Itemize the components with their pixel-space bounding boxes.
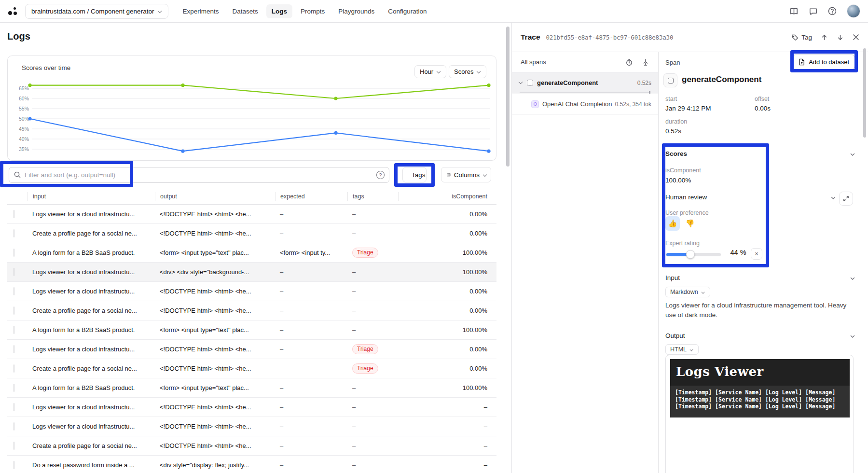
human-review-chevron-icon[interactable] (830, 195, 836, 201)
table-row[interactable]: Create a profile page for a social ne...… (7, 301, 496, 320)
row-checkbox[interactable] (14, 364, 14, 373)
detail-scrollbar[interactable] (863, 48, 866, 138)
table-row[interactable]: Logs viewer for a cloud infrastructu...<… (7, 398, 496, 417)
row-checkbox[interactable] (14, 306, 14, 315)
row-checkbox[interactable] (14, 403, 14, 411)
tab-logs[interactable]: Logs (266, 4, 292, 18)
add-span-filter-icon[interactable] (642, 58, 649, 66)
tag-button[interactable]: Tag (791, 34, 812, 41)
prev-trace-button[interactable] (821, 34, 828, 41)
row-checkbox[interactable] (14, 287, 14, 295)
avatar[interactable] (847, 4, 860, 18)
project-switcher[interactable]: braintrustdata.com / Component generator (25, 4, 168, 19)
columns-button[interactable]: Columns (441, 167, 491, 182)
help-icon[interactable] (827, 6, 837, 16)
cell-iscomponent: – (398, 461, 496, 469)
arrow-up-icon (821, 34, 828, 41)
project-name: braintrustdata.com / Component generator (31, 8, 154, 15)
col-expected[interactable]: expected (275, 192, 347, 201)
row-checkbox[interactable] (14, 345, 14, 353)
tab-configuration[interactable]: Configuration (383, 4, 432, 18)
thumbs-up-button[interactable]: 👍 (665, 216, 680, 231)
user-preference-label: User preference (665, 209, 709, 216)
feedback-chat-icon[interactable] (808, 6, 818, 16)
table-row[interactable]: Create a profile page for a social ne...… (7, 224, 496, 243)
cell-expected: – (275, 210, 347, 218)
add-to-dataset-button[interactable]: Add to dataset (792, 55, 855, 70)
trace-header: Trace 021bfd55-e8af-4875-bc97-601c88e83a… (512, 23, 868, 52)
filter-help-icon[interactable]: ? (376, 171, 385, 179)
table-row[interactable]: Create a profile page for a social ne...… (7, 359, 496, 378)
output-section-title: Output (665, 332, 685, 339)
table-row[interactable]: Logs viewer for a cloud infrastructu...<… (7, 263, 496, 282)
row-checkbox[interactable] (14, 268, 14, 276)
chevron-down-icon (483, 173, 485, 177)
cell-output: <!DOCTYPE html> <html> <he... (155, 230, 275, 237)
table-row[interactable]: Do a reset password form inside a ...<di… (7, 456, 496, 473)
col-input[interactable]: input (28, 192, 155, 201)
expert-rating-slider[interactable] (666, 253, 721, 256)
cell-tags: – (347, 403, 398, 411)
chevron-down-icon (701, 290, 705, 294)
table-row[interactable]: Create a profile page for a social ne...… (7, 436, 496, 456)
cell-tags: – (347, 307, 398, 314)
cell-iscomponent: 0.00% (398, 210, 496, 218)
cell-input: Logs viewer for a cloud infrastructu... (28, 346, 155, 353)
thumbs-down-button[interactable]: 👎 (683, 216, 697, 231)
span-type-icon-button[interactable] (663, 73, 677, 87)
span-row-generatecomponent[interactable]: generateComponent 0.52s (512, 72, 658, 94)
all-spans-row: All spans (512, 52, 658, 72)
cell-iscomponent: 0.00% (398, 288, 496, 295)
cell-iscomponent: 0.00% (398, 307, 496, 314)
tab-datasets[interactable]: Datasets (227, 4, 263, 18)
row-checkbox[interactable] (14, 384, 14, 392)
close-icon (853, 34, 859, 41)
col-tags[interactable]: tags (347, 192, 398, 201)
chevron-down-icon[interactable] (519, 80, 523, 84)
cell-tags: – (347, 423, 398, 430)
row-checkbox[interactable] (14, 249, 14, 257)
clear-rating-button[interactable]: × (751, 248, 762, 260)
row-checkbox[interactable] (14, 210, 14, 218)
tab-playgrounds[interactable]: Playgrounds (333, 4, 380, 18)
stopwatch-icon[interactable] (625, 58, 633, 66)
cell-output: <!DOCTYPE html> <html> <he... (155, 442, 275, 449)
span-detail: Span Add to dataset generateComponent st… (659, 52, 868, 473)
braintrust-logo-icon[interactable] (8, 6, 18, 16)
table-row[interactable]: Logs viewer for a cloud infrastructu...<… (7, 417, 496, 436)
output-collapse-chevron-icon[interactable] (850, 334, 855, 339)
table-row[interactable]: Logs viewer for a cloud infrastructu...<… (7, 282, 496, 301)
row-checkbox[interactable] (14, 229, 14, 237)
cell-input: A login form for a B2B SaaS product. (28, 384, 155, 391)
table-row[interactable]: Logs viewer for a cloud infrastructu...<… (7, 340, 496, 359)
output-preview-log-body: [Timestamp] [Service Name] [Log Level] [… (670, 386, 850, 417)
input-format-dropdown[interactable]: Markdown (665, 287, 710, 297)
col-output[interactable]: output (155, 192, 275, 201)
close-button[interactable] (853, 34, 859, 41)
filter-input[interactable] (9, 167, 389, 183)
row-checkbox[interactable] (14, 326, 14, 334)
expand-button[interactable] (839, 192, 853, 206)
row-checkbox[interactable] (14, 422, 14, 431)
tags-button[interactable]: Tags (402, 167, 427, 182)
row-checkbox[interactable] (14, 442, 14, 450)
table-row[interactable]: A login form for a B2B SaaS product.<for… (7, 378, 496, 398)
output-preview-header: Logs Viewer (670, 359, 850, 386)
scores-collapse-chevron-icon[interactable] (850, 152, 855, 157)
span-row-openai-chat-completion[interactable]: OpenAI Chat Completion 0.52s, 354 tok (512, 94, 658, 115)
tab-experiments[interactable]: Experiments (177, 4, 224, 18)
slider-thumb[interactable] (686, 250, 695, 259)
table-row[interactable]: A login form for a B2B SaaS product.<for… (7, 243, 496, 263)
row-checkbox[interactable] (14, 461, 14, 469)
docs-book-icon[interactable] (789, 6, 799, 16)
next-trace-button[interactable] (837, 34, 844, 41)
main-scrollbar[interactable] (506, 27, 510, 167)
all-spans-label: All spans (521, 58, 546, 66)
table-row[interactable]: A login form for a B2B SaaS product.<for… (7, 320, 496, 340)
col-iscomponent[interactable]: isComponent (398, 192, 496, 201)
output-format-dropdown[interactable]: HTML (665, 344, 699, 355)
tab-prompts[interactable]: Prompts (295, 4, 330, 18)
table-header: input output expected tags isComponent (7, 188, 496, 205)
table-row[interactable]: Logs viewer for a cloud infrastructu...<… (7, 205, 496, 224)
input-collapse-chevron-icon[interactable] (850, 276, 855, 281)
